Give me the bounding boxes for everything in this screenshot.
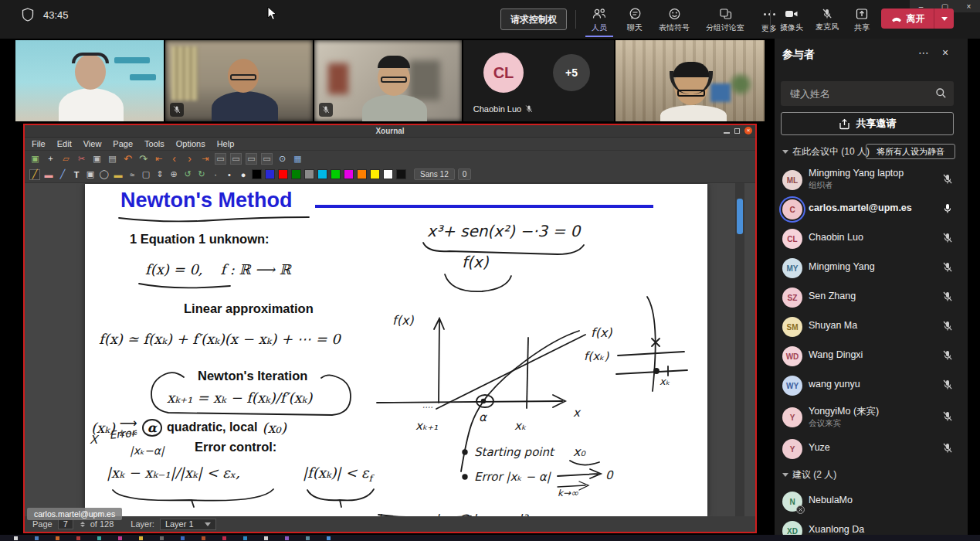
video-tile-3[interactable] xyxy=(314,40,462,121)
participant-row[interactable]: Y YongyiMo (来宾) 会议来宾 xyxy=(775,400,968,434)
search-input[interactable] xyxy=(788,81,927,106)
delete-page-icon[interactable]: ▭ xyxy=(261,153,273,165)
mic-muted-icon[interactable] xyxy=(941,232,954,244)
leave-options-button[interactable] xyxy=(934,9,954,29)
tab-breakout-rooms[interactable]: 分组讨论室 xyxy=(697,3,754,37)
color-swatch-black[interactable] xyxy=(252,169,262,179)
suggested-row[interactable]: N NebulaMo xyxy=(775,487,968,516)
mute-all-button[interactable]: 将所有人设为静音 xyxy=(866,144,955,159)
vertical-space-icon[interactable]: ⇕ xyxy=(154,169,165,180)
video-tile-4[interactable] xyxy=(615,40,765,121)
participant-row[interactable]: Y Yuze xyxy=(775,434,968,464)
participant-row[interactable]: SM Shuyan Ma xyxy=(775,312,968,342)
zoom-icon[interactable]: ⊙ xyxy=(276,153,288,165)
layer-select[interactable]: Layer 1 xyxy=(160,519,216,530)
participant-row[interactable]: MY Mingming Yang xyxy=(775,253,968,283)
mic-muted-icon[interactable] xyxy=(941,320,954,332)
new-icon[interactable]: + xyxy=(45,153,56,165)
video-tile-2[interactable] xyxy=(165,40,313,121)
default-pen-icon[interactable]: ↺ xyxy=(182,169,193,180)
xournal-maximize-button[interactable] xyxy=(734,128,740,134)
mic-muted-icon[interactable] xyxy=(941,442,954,454)
tab-chat[interactable]: 聊天 xyxy=(618,3,652,37)
mic-muted-icon[interactable] xyxy=(941,291,954,303)
mic-button[interactable]: 麦克风 xyxy=(809,3,845,37)
fullscreen-icon[interactable]: ▦ xyxy=(292,153,303,165)
next-page-icon[interactable]: › xyxy=(184,153,195,165)
share-button[interactable]: 共享 xyxy=(845,3,879,37)
participant-row[interactable]: C carlos.martel@upm.es xyxy=(775,195,968,224)
page-number-field[interactable]: 7 xyxy=(58,519,73,529)
pen-icon[interactable]: ╱ xyxy=(29,169,40,180)
color-swatch-lightgreen[interactable] xyxy=(331,169,341,179)
suggested-row[interactable]: XD Xuanlong Da xyxy=(775,516,968,535)
menu-tools[interactable]: Tools xyxy=(144,139,164,148)
font-button[interactable]: Sans 12 xyxy=(414,168,455,180)
fine-size-icon[interactable]: · xyxy=(210,169,221,180)
menu-page[interactable]: Page xyxy=(113,139,133,148)
color-swatch-red[interactable] xyxy=(278,169,288,179)
color-swatch-gray[interactable] xyxy=(304,169,314,179)
lasso-icon[interactable]: ≈ xyxy=(127,169,137,180)
highlighter-icon[interactable]: ╱ xyxy=(57,169,68,180)
panel-close-button[interactable]: × xyxy=(942,46,948,59)
font-size-field[interactable]: 0 xyxy=(458,168,472,180)
color-swatch-black2[interactable] xyxy=(396,169,406,179)
first-page-icon[interactable]: ⇤ xyxy=(153,153,164,165)
menu-edit[interactable]: Edit xyxy=(57,139,72,148)
xournal-titlebar[interactable]: Xournal × xyxy=(25,125,755,138)
mic-muted-icon[interactable] xyxy=(941,379,954,391)
new-page-end-icon[interactable]: ▭ xyxy=(246,153,257,165)
open-icon[interactable]: ▱ xyxy=(60,153,72,165)
last-page-icon[interactable]: ⇥ xyxy=(199,153,211,165)
video-tile-1[interactable] xyxy=(15,40,164,121)
mic-muted-icon[interactable] xyxy=(941,349,954,362)
close-button[interactable]: × xyxy=(966,2,971,11)
text-icon[interactable]: T xyxy=(71,169,82,180)
eraser-icon[interactable]: ▬ xyxy=(43,169,54,180)
color-swatch-blue[interactable] xyxy=(265,169,275,179)
leave-button[interactable]: 离开 xyxy=(881,9,954,29)
vertical-scrollbar[interactable] xyxy=(735,183,744,516)
undo-icon[interactable]: ↶ xyxy=(122,153,134,165)
participant-row[interactable]: CL Chaobin Luo xyxy=(775,224,968,253)
copy-icon[interactable]: ▣ xyxy=(91,153,103,165)
panel-more-button[interactable]: ⋯ xyxy=(918,46,930,59)
medium-size-icon[interactable]: • xyxy=(224,169,235,180)
color-swatch-orange[interactable] xyxy=(357,169,367,179)
notebook-page[interactable]: Newton's Method 1 Equation 1 unknown: f(… xyxy=(85,184,707,516)
image-icon[interactable]: ▣ xyxy=(85,169,96,180)
hand-icon[interactable]: ⊕ xyxy=(168,169,179,180)
thick-size-icon[interactable]: ● xyxy=(238,169,249,180)
default-tool-icon[interactable]: ↻ xyxy=(196,169,207,180)
color-swatch-magenta[interactable] xyxy=(344,169,354,179)
color-swatch-yellow[interactable] xyxy=(370,169,380,179)
participant-row[interactable]: ML Mingming Yang laptop 组织者 xyxy=(775,165,968,195)
menu-help[interactable]: Help xyxy=(217,139,235,148)
overflow-count-badge[interactable]: +5 xyxy=(553,54,590,91)
paste-icon[interactable]: ▤ xyxy=(107,153,118,165)
new-page-after-icon[interactable]: ▭ xyxy=(230,153,242,165)
color-swatch-green[interactable] xyxy=(291,169,301,179)
mic-muted-icon[interactable] xyxy=(941,410,954,423)
request-control-button[interactable]: 请求控制权 xyxy=(500,9,567,30)
xournal-canvas[interactable]: Newton's Method 1 Equation 1 unknown: f(… xyxy=(25,183,755,516)
windows-taskbar[interactable] xyxy=(0,535,980,541)
menu-options[interactable]: Options xyxy=(176,139,205,148)
new-page-before-icon[interactable]: ▭ xyxy=(215,153,226,165)
tab-emoji[interactable]: 表情符号 xyxy=(652,3,697,37)
save-icon[interactable]: ▣ xyxy=(29,153,41,165)
mic-muted-icon[interactable] xyxy=(941,173,954,185)
menu-view[interactable]: View xyxy=(83,139,102,148)
participant-row[interactable]: WD Wang Dingxi xyxy=(775,342,968,371)
participant-row[interactable]: SZ Sen Zhang xyxy=(775,283,968,312)
mic-on-icon[interactable] xyxy=(941,202,954,215)
participant-row[interactable]: WY wang yunyu xyxy=(775,371,968,400)
camera-button[interactable]: 摄像头 xyxy=(774,3,809,37)
cut-icon[interactable]: ✂ xyxy=(76,153,87,165)
scrollbar-thumb[interactable] xyxy=(737,199,743,234)
prev-page-icon[interactable]: ‹ xyxy=(168,153,180,165)
shape-recognizer-icon[interactable]: ◯ xyxy=(99,169,110,180)
mic-muted-icon[interactable] xyxy=(941,261,954,274)
video-tile-avatar-group[interactable]: CL Chaobin Luo +5 xyxy=(463,40,614,121)
